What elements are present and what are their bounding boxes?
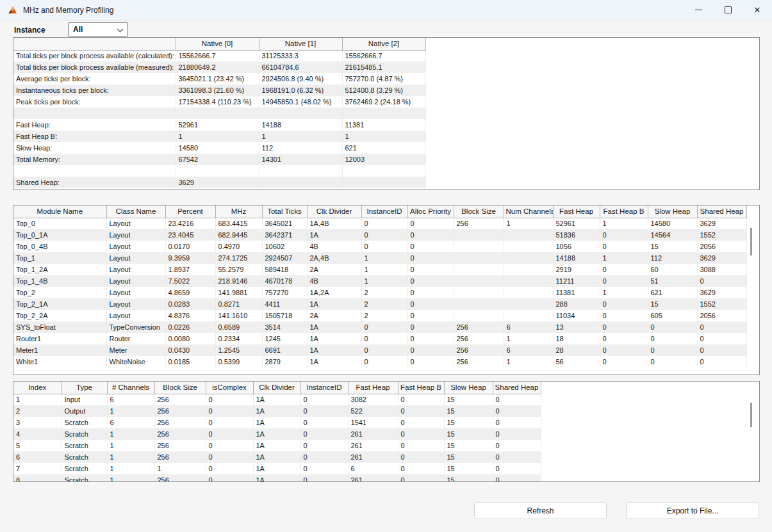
cell[interactable]: 0 (398, 394, 444, 405)
cell[interactable]: 0.2334 (215, 333, 262, 344)
cell[interactable]: 0 (648, 321, 697, 333)
cell[interactable]: 1A (307, 356, 361, 367)
cell[interactable]: 0 (600, 298, 648, 310)
cell[interactable]: 14188 (553, 252, 600, 264)
cell[interactable]: Layout (106, 275, 165, 287)
cell[interactable]: 0 (493, 474, 541, 482)
cell[interactable]: Layout (106, 241, 165, 252)
cell[interactable]: 0.0226 (165, 321, 215, 333)
cell[interactable]: 21880649.2 (176, 61, 259, 73)
cell[interactable]: 0 (648, 333, 697, 344)
cell[interactable]: 7 (13, 463, 62, 474)
cell[interactable]: 256 (154, 474, 206, 482)
cell[interactable]: 56 (553, 356, 600, 367)
cell[interactable] (504, 229, 553, 241)
cell[interactable] (342, 108, 425, 119)
cell[interactable]: 0 (206, 440, 253, 451)
cell[interactable]: 0 (407, 298, 454, 310)
cell[interactable]: 0 (697, 356, 746, 367)
cell[interactable]: Instantaneous ticks per block: (13, 85, 176, 96)
cell[interactable]: 67542 (176, 154, 259, 165)
cell[interactable]: 6 (504, 321, 553, 333)
cell[interactable]: Scratch (62, 440, 107, 451)
cell[interactable]: 2 (361, 310, 407, 321)
cell[interactable]: 1968191.0 (6.32 %) (259, 85, 342, 96)
cell[interactable]: 7.5022 (165, 275, 215, 287)
cell[interactable]: 0 (600, 275, 648, 287)
cell[interactable] (454, 241, 504, 252)
cell[interactable]: Slow Heap: (13, 142, 176, 154)
refresh-button[interactable]: Refresh (474, 502, 607, 519)
cell[interactable]: 0 (300, 417, 348, 428)
cell[interactable]: 1 (107, 440, 154, 451)
cell[interactable]: 0 (300, 440, 348, 451)
cell[interactable]: 14580 (648, 218, 697, 229)
cell[interactable] (259, 108, 342, 119)
cell[interactable]: 12003 (342, 154, 425, 165)
minimize-button[interactable] (684, 0, 713, 20)
cell[interactable]: 0 (361, 344, 407, 356)
cell[interactable]: 1A (307, 321, 361, 333)
cell[interactable]: 2924507 (262, 252, 307, 264)
cell[interactable]: 0.5399 (215, 356, 262, 367)
cell[interactable]: 4670178 (262, 275, 307, 287)
cell[interactable]: 1 (600, 252, 648, 264)
cell[interactable]: 0.0430 (165, 344, 215, 356)
cell[interactable]: Total ticks per block process available … (13, 61, 176, 73)
cell[interactable]: Output (62, 405, 107, 417)
cell[interactable] (342, 165, 425, 177)
cell[interactable]: 4.8376 (165, 310, 215, 321)
cell[interactable]: 0 (697, 275, 746, 287)
cell[interactable]: 1A (307, 333, 361, 344)
cell[interactable]: 256 (154, 394, 206, 405)
cell[interactable]: 3514 (262, 321, 307, 333)
cell[interactable]: Fast Heap B: (13, 131, 176, 142)
cell[interactable]: 15 (444, 417, 493, 428)
cell[interactable]: 1 (259, 131, 342, 142)
cell[interactable]: Total ticks per block process available … (13, 50, 176, 61)
cell[interactable]: 1A (253, 463, 300, 474)
cell[interactable]: 1A (307, 298, 361, 310)
cell[interactable]: 31125333.3 (259, 50, 342, 61)
cell[interactable]: 1 (107, 451, 154, 463)
cell[interactable]: Shared Heap: (13, 177, 176, 188)
cell[interactable]: 0 (600, 333, 648, 344)
cell[interactable]: Layout (106, 287, 165, 298)
cell[interactable]: 0 (493, 405, 541, 417)
cell[interactable]: 522 (348, 405, 398, 417)
cell[interactable]: 3645021.1 (23.42 %) (176, 73, 259, 85)
cell[interactable]: 1A,2A (307, 287, 361, 298)
cell[interactable]: 3645021 (262, 218, 307, 229)
cell[interactable]: 1 (154, 463, 206, 474)
cell[interactable]: 1 (107, 463, 154, 474)
cell[interactable]: 9.3959 (165, 252, 215, 264)
cell[interactable]: Scratch (62, 417, 107, 428)
cell[interactable]: 0 (493, 463, 541, 474)
cell[interactable]: Layout (106, 264, 165, 275)
cell[interactable]: Input (62, 394, 107, 405)
cell[interactable]: 0 (600, 310, 648, 321)
cell[interactable]: 1 (176, 131, 259, 142)
cell[interactable]: 15 (444, 474, 493, 482)
cell[interactable]: 15 (444, 428, 493, 440)
cell[interactable]: Scratch (62, 428, 107, 440)
cell[interactable]: 757270.0 (4.87 %) (342, 73, 425, 85)
cell[interactable]: 0.6589 (215, 321, 262, 333)
cell[interactable] (504, 287, 553, 298)
cell[interactable]: 256 (454, 321, 504, 333)
cell[interactable]: 256 (454, 333, 504, 344)
cell[interactable]: 15562666.7 (176, 50, 259, 61)
cell[interactable]: 2056 (697, 241, 746, 252)
cell[interactable]: 0 (600, 356, 648, 367)
cell[interactable]: Scratch (62, 463, 107, 474)
cell[interactable]: 256 (454, 344, 504, 356)
cell[interactable]: 0 (493, 440, 541, 451)
cell[interactable]: 2A (307, 264, 361, 275)
cell[interactable]: 0 (493, 417, 541, 428)
cell[interactable]: 256 (154, 451, 206, 463)
cell[interactable]: 14301 (259, 154, 342, 165)
cell[interactable]: 5 (13, 440, 62, 451)
cell[interactable]: 52961 (553, 218, 600, 229)
cell[interactable]: 15 (648, 241, 697, 252)
cell[interactable]: 621 (648, 287, 697, 298)
